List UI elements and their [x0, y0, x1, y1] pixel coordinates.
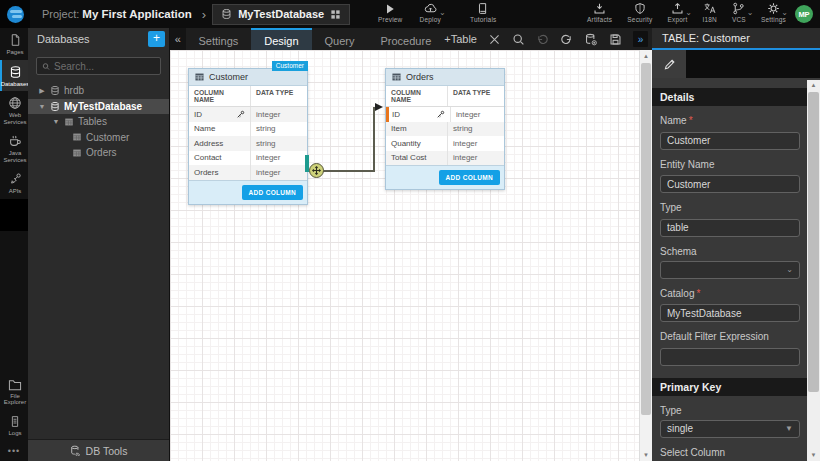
section-primary-key: Primary Key — [652, 378, 820, 396]
settings-button[interactable]: ⌄ Settings — [761, 2, 786, 23]
scroll-up-icon[interactable]: ▲ — [640, 50, 652, 62]
update-database-icon[interactable] — [584, 33, 598, 46]
collapse-panel-button[interactable]: « — [170, 28, 186, 50]
tutorials-button[interactable]: Tutorials — [470, 2, 496, 23]
column-type: integer — [251, 168, 307, 177]
tree-item-label: MyTestDatabase — [64, 101, 142, 112]
column-name: Total Cost — [391, 153, 427, 162]
required-mark: * — [696, 288, 700, 299]
column-row-total-cost[interactable]: Total Cost integer — [386, 151, 504, 166]
pk-type-value: single — [667, 423, 693, 434]
sidebar-item-databases[interactable]: Databases — [0, 60, 28, 92]
sidebar-item-java-services[interactable]: Java Services — [0, 129, 28, 167]
entity-table-customer[interactable]: Customer Customer COLUMN NAME DATA TYPE … — [188, 68, 308, 205]
scroll-down-icon[interactable]: ▼ — [807, 450, 820, 461]
i18n-button[interactable]: I18N — [702, 2, 717, 23]
preview-button[interactable]: Preview — [378, 2, 403, 23]
tree-item-mytestdatabase[interactable]: ▼ MyTestDatabase — [28, 99, 169, 115]
column-row-id[interactable]: ID integer — [386, 107, 504, 122]
close-icon[interactable] — [488, 33, 501, 46]
search-icon[interactable] — [512, 33, 525, 46]
type-field[interactable] — [660, 219, 800, 237]
catalog-field[interactable] — [660, 304, 800, 322]
catalog-field-label: Catalog* — [660, 288, 800, 299]
caret-down-icon: ⌄ — [781, 11, 788, 15]
artifacts-button[interactable]: Artifacts — [587, 2, 612, 23]
save-icon[interactable] — [609, 33, 622, 46]
search-input[interactable] — [54, 61, 155, 72]
column-row-orders[interactable]: Orders integer — [189, 165, 307, 180]
column-name: Contact — [194, 153, 222, 162]
column-row-name[interactable]: Name string — [189, 122, 307, 137]
scroll-up-icon[interactable]: ▲ — [807, 80, 820, 91]
sidebar-item-apis[interactable]: APIs — [0, 167, 28, 199]
redo-icon[interactable] — [560, 33, 573, 46]
scrollbar-thumb[interactable] — [641, 63, 651, 415]
pk-type-select[interactable]: single ▼ — [660, 420, 800, 438]
column-type: integer — [251, 110, 307, 119]
add-column-button[interactable]: ADD COLUMN — [439, 170, 500, 185]
entity-header[interactable]: Customer — [189, 69, 307, 86]
column-row-contact[interactable]: Contact integer — [189, 151, 307, 166]
entity-title: Customer — [209, 72, 248, 82]
export-upload-icon — [671, 2, 684, 15]
add-column-button[interactable]: ADD COLUMN — [242, 185, 303, 200]
tree-item-orders[interactable]: Orders — [28, 145, 169, 161]
vcs-button[interactable]: ⌄ VCS — [732, 2, 746, 23]
column-row-item[interactable]: Item string — [386, 122, 504, 137]
app-logo[interactable] — [0, 0, 30, 28]
expand-panel-button[interactable]: » — [633, 31, 648, 47]
entity-name-field[interactable] — [660, 175, 800, 193]
expanded-arrow-icon[interactable]: ▼ — [52, 118, 60, 125]
inspector-form: Details Name* Entity Name Type Schema ⌄ … — [652, 78, 820, 461]
er-diagram-canvas[interactable]: Customer Customer COLUMN NAME DATA TYPE … — [170, 50, 652, 461]
tab-procedure[interactable]: Procedure — [368, 28, 445, 50]
required-mark: * — [689, 115, 693, 126]
sidebar-item-pages[interactable]: Pages — [0, 28, 28, 60]
tree-item-customer[interactable]: Customer — [28, 130, 169, 146]
column-row-id[interactable]: ID integer — [189, 107, 307, 122]
file-explorer-label: File Explorer — [2, 393, 28, 406]
name-field[interactable] — [660, 132, 800, 150]
edit-tab[interactable] — [652, 50, 686, 78]
tab-settings[interactable]: Settings — [186, 28, 252, 50]
sidebar-item-logs[interactable]: Logs — [0, 410, 28, 441]
logs-label: Logs — [8, 430, 21, 437]
tab-query[interactable]: Query — [312, 28, 368, 50]
column-row-quantity[interactable]: Quantity integer — [386, 136, 504, 151]
deploy-button[interactable]: ⌄ Deploy — [420, 2, 441, 23]
database-search[interactable] — [36, 57, 161, 75]
db-tools-button[interactable]: DB Tools — [28, 439, 169, 461]
export-button[interactable]: ⌄ Export — [667, 2, 687, 23]
sidebar-item-file-explorer[interactable]: File Explorer — [0, 374, 28, 410]
column-type: string — [251, 139, 307, 148]
scroll-down-icon[interactable]: ▼ — [640, 449, 652, 461]
rail-overflow-button[interactable]: ••• — [0, 440, 28, 461]
inspector-vertical-scrollbar[interactable]: ▲ ▼ — [807, 80, 820, 461]
expanded-arrow-icon[interactable]: ▼ — [38, 103, 46, 110]
entity-header[interactable]: Orders — [386, 69, 504, 86]
add-database-button[interactable]: + — [148, 31, 165, 47]
tab-design[interactable]: Design — [251, 28, 311, 50]
security-button[interactable]: Security — [627, 2, 652, 23]
add-table-button[interactable]: +Table — [444, 33, 477, 45]
canvas-vertical-scrollbar[interactable]: ▲ ▼ — [639, 50, 652, 461]
collapsed-arrow-icon[interactable]: ▶ — [38, 87, 46, 95]
database-tab-label: MyTestDatabase — [238, 8, 324, 20]
sidebar-item-web-services[interactable]: Web Services — [0, 91, 28, 129]
database-tab[interactable]: MyTestDatabase — [212, 4, 350, 25]
grid-apps-icon[interactable] — [330, 9, 341, 20]
relation-move-handle[interactable] — [309, 163, 324, 178]
tree-item-label: hrdb — [64, 85, 84, 96]
scrollbar-thumb[interactable] — [808, 92, 819, 392]
entity-table-orders[interactable]: Orders COLUMN NAME DATA TYPE ID integer … — [385, 68, 505, 190]
caret-down-icon: ⌄ — [685, 11, 692, 15]
column-name: ID — [392, 110, 400, 119]
schema-select[interactable]: ⌄ — [660, 261, 800, 279]
column-row-address[interactable]: Address string — [189, 136, 307, 151]
default-filter-field[interactable] — [660, 348, 800, 366]
undo-icon[interactable] — [536, 33, 549, 46]
tree-item-tables[interactable]: ▼ Tables — [28, 114, 169, 130]
tree-item-hrdb[interactable]: ▶ hrdb — [28, 83, 169, 99]
user-avatar[interactable]: MP — [795, 5, 813, 23]
